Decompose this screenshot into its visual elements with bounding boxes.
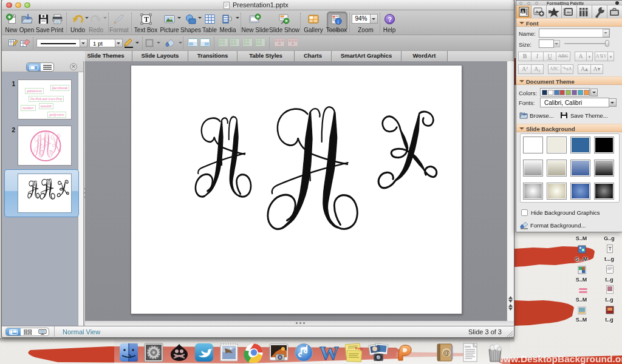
svg-text:?: ? xyxy=(388,16,392,23)
svg-text:T: T xyxy=(609,246,612,252)
svg-text:A: A xyxy=(521,9,525,15)
svg-text:Eiyia: Eiyia xyxy=(355,346,363,350)
svg-text:i: i xyxy=(338,19,339,25)
svg-text:@: @ xyxy=(443,349,450,356)
svg-text:W: W xyxy=(320,342,339,363)
svg-text:T: T xyxy=(144,15,149,24)
svg-text:www.DesktopBackground.org: www.DesktopBackground.org xyxy=(496,354,622,364)
